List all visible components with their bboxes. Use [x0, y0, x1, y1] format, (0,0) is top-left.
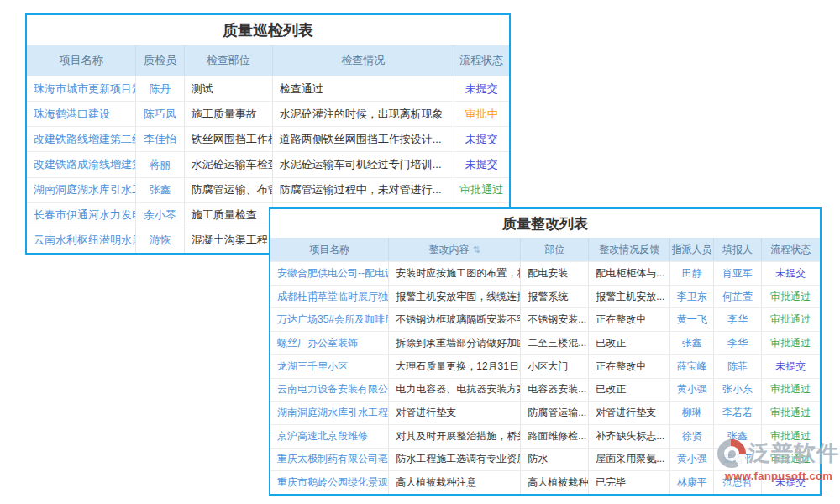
inspector-link[interactable]: 陈丹 [136, 76, 184, 101]
reporter-link[interactable]: 张小东 [714, 379, 761, 402]
inspection-situation-cell: 水泥砼灌注的时候，出现离析现象 [273, 102, 454, 126]
inspector-link[interactable]: 游恢 [136, 228, 184, 253]
table-row: 螺丝厂办公室装饰 拆除到承重墙部分请做好加固... 二至三楼混... 已改正 张… [270, 331, 820, 354]
inspection-part-cell: 测试 [185, 76, 273, 101]
column-header-part: 检查部位 [185, 45, 273, 76]
table-row: 改建铁路成渝线增建第... 蒋丽 水泥砼运输车检查 水泥砼运输车司机经过专门培训… [27, 151, 509, 176]
project-name-link[interactable]: 安徽合肥供电公司--配电设备... [270, 262, 389, 285]
table-row: 湖南洞庭湖水库引水工程施工标 对管进行垫支 防腐管运输... 对管进行垫支 柳琳… [270, 401, 820, 424]
inspection-situation-cell: 防腐管运输过程中，未对管进行... [273, 178, 454, 202]
fanpu-logo-icon [717, 439, 746, 468]
column-header-situation: 检查情况 [273, 45, 454, 76]
rectify-feedback-cell: 报警主机安放... [589, 286, 670, 308]
assignee-link[interactable]: 黄小强 [670, 379, 714, 402]
inspection-situation-cell: 水泥砼运输车司机经过专门培训... [273, 152, 454, 176]
rectify-content-cell: 电力电容器、电抗器安装方案,... [389, 379, 521, 402]
inspector-link[interactable]: 蒋丽 [136, 152, 184, 176]
inspection-table-header: 项目名称 质检员 检查部位 检查情况 流程状态 [27, 45, 509, 76]
project-name-link[interactable]: 螺丝厂办公室装饰 [270, 332, 389, 354]
project-name-link[interactable]: 珠海鹤港口建设 [27, 102, 136, 126]
reporter-link[interactable]: 何芷萱 [714, 286, 761, 308]
column-header-status: 流程状态 [762, 238, 820, 261]
inspection-part-cell: 铁丝网围挡工作检查 [185, 127, 273, 151]
rectify-part-cell: 电容器安装... [521, 379, 589, 402]
inspection-table-title: 质量巡检列表 [27, 15, 509, 45]
reporter-link[interactable]: 陈菲 [714, 355, 761, 378]
column-header-feedback: 整改情况反馈 [589, 238, 670, 261]
table-row: 珠海鹤港口建设 陈巧凤 施工质量事故 水泥砼灌注的时候，出现离析现象 审批中 [27, 101, 509, 126]
assignee-link[interactable]: 徐贤 [670, 425, 714, 448]
table-row: 湖南洞庭湖水库引水工... 张鑫 防腐管运输、布管 防腐管运输过程中，未对管进行… [27, 177, 509, 202]
sort-icon[interactable]: ⇅ [473, 244, 480, 255]
reporter-link[interactable]: 李华 [714, 308, 761, 331]
project-name-link[interactable]: 万达广场35#会所及咖啡厅空... [270, 308, 389, 331]
assignee-link[interactable]: 张鑫 [670, 332, 714, 354]
status-badge: 未提交 [762, 262, 820, 285]
rectify-feedback-cell: 已改正 [589, 379, 670, 402]
assignee-link[interactable]: 李卫东 [670, 286, 714, 308]
project-name-link[interactable]: 珠海市城市更新项目紫... [27, 76, 136, 101]
status-badge: 未提交 [454, 152, 509, 176]
project-name-link[interactable]: 改建铁路成渝线增建第... [27, 152, 136, 176]
assignee-link[interactable]: 黄小强 [670, 449, 714, 471]
column-header-assignee: 指派人员 [670, 238, 714, 261]
rectify-feedback-cell: 已改正 [589, 332, 670, 354]
reporter-link[interactable]: 肖亚军 [714, 262, 761, 285]
project-name-link[interactable]: 湖南洞庭湖水库引水工程施工标 [270, 402, 389, 424]
project-name-link[interactable]: 湖南洞庭湖水库引水工... [27, 178, 136, 202]
status-badge: 未提交 [762, 355, 820, 378]
reporter-link[interactable]: 李若若 [714, 402, 761, 424]
table-row: 万达广场35#会所及咖啡厅空... 不锈钢边框玻璃隔断安装不牢... 不锈钢安装… [270, 307, 820, 331]
project-name-link[interactable]: 长春市伊通河水力发电... [27, 203, 136, 228]
project-name-link[interactable]: 云南水利枢纽潜明水库... [27, 228, 136, 253]
assignee-link[interactable]: 黄一飞 [670, 308, 714, 331]
inspector-link[interactable]: 李佳怡 [136, 127, 184, 151]
brand-url: www.fanpusoft.com [717, 470, 840, 482]
rectification-table-header: 项目名称 整改内容 ⇅ 部位 整改情况反馈 指派人员 填报人 流程状态 [270, 238, 820, 261]
project-name-link[interactable]: 成都杜甫草堂临时展厅独立展... [270, 286, 389, 308]
inspector-link[interactable]: 陈巧凤 [136, 102, 184, 126]
inspection-part-cell: 防腐管运输、布管 [185, 178, 273, 202]
assignee-link[interactable]: 田静 [670, 262, 714, 285]
rectification-table-title: 质量整改列表 [270, 209, 820, 238]
rectify-feedback-cell: 正在整改中 [589, 355, 670, 378]
project-name-link[interactable]: 改建铁路线增建第二线... [27, 127, 136, 151]
rectify-feedback-cell: 屋面采用聚氨... [589, 449, 670, 471]
brand-row: 泛普软件 [717, 438, 840, 468]
assignee-link[interactable]: 柳琳 [670, 402, 714, 424]
rectify-feedback-cell: 已完毕 [589, 471, 670, 494]
rectify-content-cell: 大理石质量更换，12月31日之... [389, 355, 521, 378]
project-name-link[interactable]: 京沪高速北京段维修 [270, 425, 389, 448]
project-name-link[interactable]: 云南电力设备安装有限公司20... [270, 379, 389, 402]
inspector-link[interactable]: 余小琴 [136, 203, 184, 228]
status-badge: 未提交 [454, 127, 509, 151]
assignee-link[interactable]: 林康平 [670, 471, 714, 494]
column-header-inspector: 质检员 [136, 45, 184, 76]
reporter-link[interactable]: 李华 [714, 332, 761, 354]
status-badge: 审批通过 [762, 332, 820, 354]
rectify-feedback-cell: 正在整改中 [589, 308, 670, 331]
rectify-part-cell: 小区大门 [521, 355, 589, 378]
project-name-link[interactable]: 龙湖三千里小区 [270, 355, 389, 378]
inspector-link[interactable]: 张鑫 [136, 178, 184, 202]
rectify-content-cell: 拆除到承重墙部分请做好加固... [389, 332, 521, 354]
rectify-part-cell: 高大植被栽种 [521, 471, 589, 494]
inspection-situation-cell: 道路两侧铁丝网围挡工作按设计... [273, 127, 454, 151]
table-row: 安徽合肥供电公司--配电设备... 安装时应按施工图的布置，将... 配电安装 … [270, 261, 820, 285]
status-badge: 审批通过 [762, 308, 820, 331]
status-badge: 审批中 [454, 102, 509, 126]
rectify-feedback-cell: 配电柜柜体与... [589, 262, 670, 285]
column-header-status: 流程状态 [454, 45, 509, 76]
project-name-link[interactable]: 重庆市鹅岭公园绿化景观提升... [270, 471, 389, 494]
fanpu-watermark: 泛普软件 www.fanpusoft.com [717, 438, 840, 482]
rectify-content-cell: 高大植被栽种注意 [389, 471, 521, 494]
assignee-link[interactable]: 薛宝峰 [670, 355, 714, 378]
rectify-part-cell: 不锈钢安装... [521, 308, 589, 331]
rectify-part-cell: 防水 [521, 449, 589, 471]
table-row: 龙湖三千里小区 大理石质量更换，12月31日之... 小区大门 正在整改中 薛宝… [270, 354, 820, 378]
column-header-content[interactable]: 整改内容 ⇅ [389, 238, 521, 261]
project-name-link[interactable]: 重庆太极制药有限公司亳州中... [270, 449, 389, 471]
column-header-part: 部位 [521, 238, 589, 261]
rectify-part-cell: 路面维修检... [521, 425, 589, 448]
table-row: 云南电力设备安装有限公司20... 电力电容器、电抗器安装方案,... 电容器安… [270, 378, 820, 402]
